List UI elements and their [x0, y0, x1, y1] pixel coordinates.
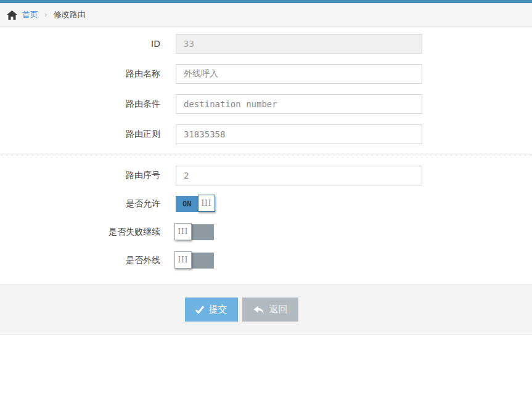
edit-route-form: ID 路由名称 路由条件 路由正则 路由序号 是否允许 ON	[0, 27, 532, 269]
route-regex-field[interactable]	[176, 124, 422, 144]
route-name-label: 路由名称	[0, 68, 160, 79]
breadcrumb-home-link[interactable]: 首页	[22, 9, 38, 20]
back-button-label: 返回	[269, 304, 288, 315]
external-line-label: 是否外线	[0, 255, 160, 266]
form-row-id: ID	[0, 34, 532, 54]
form-row-route-order: 路由序号	[0, 166, 532, 185]
route-name-field[interactable]	[176, 64, 422, 84]
form-row-external-line: 是否外线 III	[0, 253, 532, 269]
route-regex-label: 路由正则	[0, 129, 160, 140]
continue-on-fail-label: 是否失败继续	[0, 227, 160, 238]
id-field	[176, 34, 422, 54]
allow-label: 是否允许	[0, 198, 160, 209]
allow-toggle[interactable]: ON III	[176, 196, 214, 212]
back-arrow-icon	[253, 305, 264, 315]
home-icon	[7, 10, 17, 20]
continue-on-fail-toggle[interactable]: III	[176, 224, 214, 240]
breadcrumb: 首页 › 修改路由	[0, 3, 532, 27]
form-row-continue-on-fail: 是否失败继续 III	[0, 224, 532, 240]
id-label: ID	[0, 39, 160, 49]
form-row-route-condition: 路由条件	[0, 94, 532, 114]
route-condition-label: 路由条件	[0, 99, 160, 110]
external-line-toggle[interactable]: III	[176, 253, 214, 269]
form-row-route-regex: 路由正则	[0, 124, 532, 144]
submit-button[interactable]: 提交	[185, 298, 238, 322]
form-row-route-name: 路由名称	[0, 64, 532, 84]
breadcrumb-separator-icon: ›	[44, 10, 47, 19]
back-button[interactable]: 返回	[242, 298, 298, 322]
breadcrumb-current-page: 修改路由	[54, 9, 86, 20]
route-order-field[interactable]	[176, 166, 422, 185]
toggle-on-text: ON	[182, 200, 191, 208]
section-divider	[0, 155, 532, 155]
check-icon	[195, 306, 204, 314]
form-row-allow: 是否允许 ON III	[0, 196, 532, 212]
toggle-handle-icon[interactable]: III	[198, 195, 215, 212]
form-footer: 提交 返回	[0, 285, 532, 334]
toggle-handle-icon[interactable]: III	[174, 223, 192, 240]
route-condition-field[interactable]	[176, 94, 422, 114]
toggle-handle-icon[interactable]: III	[174, 251, 192, 269]
route-order-label: 路由序号	[0, 170, 160, 181]
submit-button-label: 提交	[209, 304, 227, 315]
